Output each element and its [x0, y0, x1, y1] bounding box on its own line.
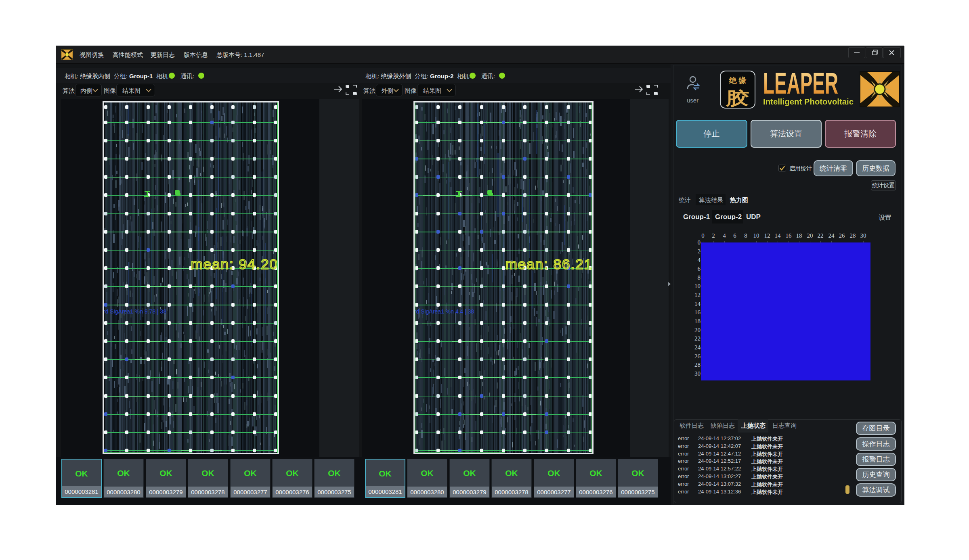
svg-text:mean: 94.20: mean: 94.20 — [191, 256, 278, 272]
svg-text:rd SigArea1 %n 4.4 | 38: rd SigArea1 %n 4.4 | 38 — [414, 308, 474, 315]
svg-text:rd SigArea1 %n 9.78 | 38: rd SigArea1 %n 9.78 | 38 — [103, 308, 166, 315]
svg-text:mean: 86.21: mean: 86.21 — [505, 256, 593, 272]
